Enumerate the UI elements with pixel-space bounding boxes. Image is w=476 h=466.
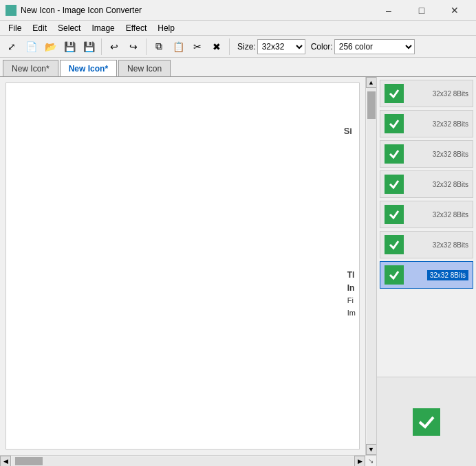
canvas-area: Si Tl In Fi Im ▲ ▼ ◀ — [0, 77, 376, 466]
icon-thumb-4 — [385, 205, 404, 224]
icon-list: 32x32 8Bits 32x32 8Bits 32x32 8Bits — [377, 77, 476, 377]
canvas[interactable]: Si Tl In Fi Im — [6, 82, 360, 450]
icon-label-group-2: 32x32 8Bits — [433, 151, 468, 158]
menu-edit[interactable]: Edit — [27, 21, 52, 36]
icon-size-4: 32x32 8Bits — [433, 211, 468, 219]
menu-effect[interactable]: Effect — [120, 21, 152, 36]
menu-select[interactable]: Select — [52, 21, 86, 36]
minimize-button[interactable]: – — [373, 0, 404, 21]
horizontal-scrollbar[interactable]: ◀ ▶ — [0, 456, 365, 467]
canvas-scroll-container: Si Tl In Fi Im ▲ ▼ — [0, 77, 376, 455]
app-icon — [6, 5, 17, 16]
scroll-thumb-v[interactable] — [367, 91, 376, 119]
canvas-bottom-text: Tl In Fi Im — [347, 269, 356, 320]
icon-list-item-2[interactable]: 32x32 8Bits — [380, 140, 473, 168]
tool-open[interactable]: 📂 — [41, 38, 59, 56]
icon-size-1: 32x32 8Bits — [433, 120, 468, 128]
resize-corner-icon: ↘ — [365, 456, 376, 467]
tool-new[interactable]: 📄 — [22, 38, 40, 56]
tool-undo[interactable]: ↩ — [105, 38, 123, 56]
icon-label-group-1: 32x32 8Bits — [433, 120, 468, 128]
tab-2[interactable]: New Icon — [118, 60, 171, 76]
icon-list-item-6[interactable]: 32x32 8Bits — [380, 261, 473, 289]
icon-list-item-3[interactable]: 32x32 8Bits — [380, 170, 473, 198]
scroll-down-btn[interactable]: ▼ — [366, 444, 377, 455]
scroll-up-btn[interactable]: ▲ — [366, 77, 377, 88]
scroll-left-btn[interactable]: ◀ — [0, 456, 11, 467]
sep2 — [146, 38, 147, 55]
color-label: Color: — [311, 42, 333, 52]
tool-redo[interactable]: ↪ — [125, 38, 142, 56]
canvas-text-si: Si — [344, 124, 352, 139]
tool-delete[interactable]: ✖ — [208, 38, 226, 56]
icon-list-item-0[interactable]: 32x32 8Bits — [380, 80, 473, 107]
tool-copy[interactable]: ⧉ — [150, 38, 168, 56]
tab-bar: New Icon* New Icon* New Icon — [0, 58, 476, 77]
icon-size-3: 32x32 8Bits — [433, 181, 468, 188]
tab-1[interactable]: New Icon* — [60, 60, 117, 76]
scroll-track-v[interactable] — [367, 88, 376, 444]
size-select[interactable]: 32x32 16x16 24x24 48x48 64x64 — [257, 39, 305, 54]
icon-list-item-5[interactable]: 32x32 8Bits — [380, 231, 473, 258]
icon-label-group-5: 32x32 8Bits — [433, 241, 468, 249]
preview-icon — [413, 408, 440, 436]
scroll-track-h[interactable] — [12, 456, 354, 466]
icon-label-group-6: 32x32 8Bits — [427, 270, 468, 280]
icon-label-group-3: 32x32 8Bits — [433, 181, 468, 188]
icon-thumb-2 — [385, 144, 404, 164]
tool-save2[interactable]: 💾 — [80, 38, 98, 56]
menu-bar: File Edit Select Image Effect Help — [0, 21, 476, 36]
icon-label-group-4: 32x32 8Bits — [433, 211, 468, 219]
icon-preview-panel — [377, 377, 476, 466]
icon-thumb-5 — [385, 235, 404, 254]
menu-image[interactable]: Image — [86, 21, 120, 36]
window-controls: – □ ✕ — [373, 0, 470, 21]
toolbar: ⤢ 📄 📂 💾 💾 ↩ ↪ ⧉ 📋 ✂ ✖ Size: 32x32 16x16 … — [0, 36, 476, 58]
horizontal-scrollbar-container: ◀ ▶ ↘ — [0, 455, 376, 466]
icon-list-item-1[interactable]: 32x32 8Bits — [380, 110, 473, 137]
icon-thumb-0 — [385, 84, 404, 103]
tool-paste[interactable]: 📋 — [169, 38, 187, 56]
tool-cut[interactable]: ✂ — [188, 38, 206, 56]
icon-thumb-6 — [385, 265, 404, 285]
size-label: Size: — [237, 42, 256, 52]
menu-help[interactable]: Help — [152, 21, 180, 36]
icon-size-2: 32x32 8Bits — [433, 151, 468, 158]
sep3 — [229, 38, 230, 55]
scroll-right-btn[interactable]: ▶ — [354, 456, 365, 467]
right-panel: 32x32 8Bits 32x32 8Bits 32x32 8Bits — [376, 77, 476, 466]
scroll-corner: ↘ — [365, 456, 376, 467]
title-bar: New Icon - Image Icon Converter – □ ✕ — [0, 0, 476, 21]
main-area: Si Tl In Fi Im ▲ ▼ ◀ — [0, 77, 476, 466]
icon-size-0: 32x32 8Bits — [433, 90, 468, 98]
icon-size-6: 32x32 8Bits — [427, 270, 468, 280]
scroll-thumb-h[interactable] — [15, 457, 43, 465]
icon-thumb-1 — [385, 114, 404, 133]
window-title: New Icon - Image Icon Converter — [21, 5, 373, 15]
tool-save[interactable]: 💾 — [61, 38, 78, 56]
icon-size-5: 32x32 8Bits — [433, 241, 468, 249]
sep1 — [101, 38, 102, 55]
color-select[interactable]: 256 color 2 color 16 color True color (2… — [334, 39, 415, 54]
menu-file[interactable]: File — [3, 21, 27, 36]
maximize-button[interactable]: □ — [406, 0, 437, 21]
icon-label-group-0: 32x32 8Bits — [433, 90, 468, 98]
close-button[interactable]: ✕ — [439, 0, 470, 21]
tool-arrow[interactable]: ⤢ — [3, 38, 21, 56]
tab-0[interactable]: New Icon* — [3, 60, 58, 76]
icon-list-item-4[interactable]: 32x32 8Bits — [380, 201, 473, 228]
icon-thumb-3 — [385, 175, 404, 194]
vertical-scrollbar[interactable]: ▲ ▼ — [365, 77, 376, 455]
